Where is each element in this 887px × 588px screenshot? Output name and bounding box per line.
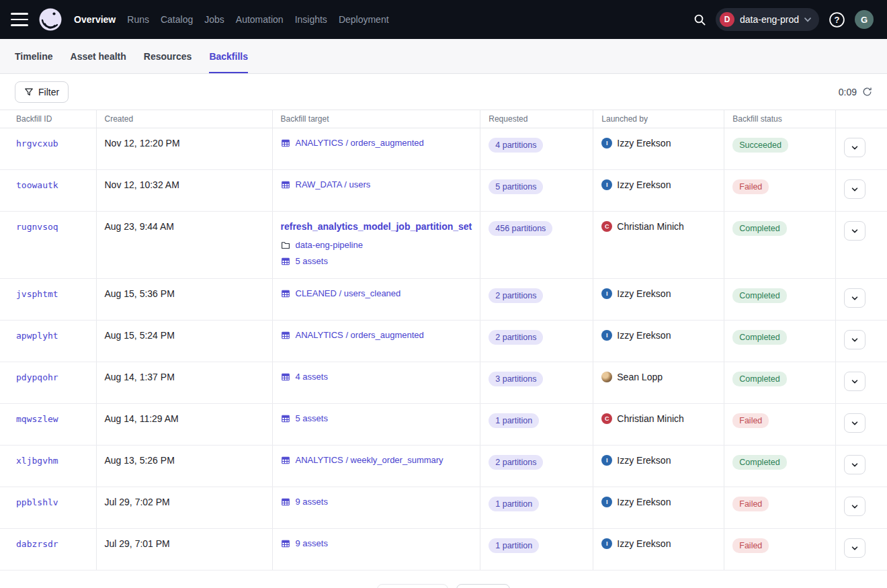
previous-page-button[interactable]: ← Previous (377, 584, 448, 588)
launched-by-name: Izzy Erekson (617, 138, 671, 149)
backfill-target-asset-link[interactable]: ANALYTICS / orders_augmented (296, 330, 424, 340)
deployment-name: data-eng-prod (740, 14, 799, 25)
col-header-backfill-target: Backfill target (272, 110, 480, 128)
backfill-target-asset-link[interactable]: 5 assets (296, 413, 328, 423)
backfill-id-link[interactable]: toowautk (16, 180, 58, 190)
table-row: mqwszlew Aug 14, 11:29 AM 5 assets 1 par… (0, 404, 887, 446)
row-actions-menu-button[interactable] (844, 455, 865, 474)
backfill-target-asset-link[interactable]: CLEANED / users_cleaned (296, 288, 401, 298)
backfill-status-badge: Completed (732, 221, 786, 236)
nav-item-insights[interactable]: Insights (295, 14, 327, 25)
backfills-toolbar: Filter 0:09 (0, 74, 887, 110)
backfill-target-asset-link[interactable]: 9 assets (296, 497, 328, 507)
menu-icon[interactable] (11, 13, 28, 26)
backfill-target-asset-link[interactable]: ANALYTICS / orders_augmented (296, 138, 424, 148)
filter-label: Filter (38, 87, 59, 97)
launched-by-name: Izzy Erekson (617, 538, 671, 549)
backfill-id-link[interactable]: xljbgvhm (16, 456, 58, 466)
nav-item-jobs[interactable]: Jobs (204, 14, 224, 25)
tab-resources[interactable]: Resources (144, 39, 192, 73)
nav-item-deployment[interactable]: Deployment (339, 14, 389, 25)
backfill-status-badge: Completed (732, 372, 786, 386)
chevron-down-icon (851, 336, 859, 344)
dagster-logo-icon[interactable] (38, 7, 63, 32)
user-avatar[interactable]: G (855, 10, 874, 29)
requested-partitions-badge: 3 partitions (489, 372, 543, 386)
user-initial-avatar: I (601, 138, 612, 149)
deployment-switcher[interactable]: D data-eng-prod (716, 8, 819, 31)
backfill-id-link[interactable]: rugnvsoq (16, 222, 58, 232)
col-header-created: Created (96, 110, 272, 128)
chevron-down-icon (804, 17, 811, 22)
tab-timeline[interactable]: Timeline (15, 39, 53, 73)
nav-item-runs[interactable]: Runs (127, 14, 149, 25)
backfill-target-asset-link[interactable]: 9 assets (296, 538, 328, 548)
row-actions-menu-button[interactable] (844, 372, 865, 391)
table-row: rugnvsoq Aug 23, 9:44 AM refresh_analyti… (0, 212, 887, 279)
asset-table-icon (281, 257, 290, 266)
user-initial-avatar: I (601, 179, 612, 190)
table-header-row: Backfill ID Created Backfill target Requ… (0, 110, 887, 128)
backfill-id-link[interactable]: apwplyht (16, 331, 58, 341)
requested-partitions-badge: 1 partition (489, 413, 539, 428)
row-actions-menu-button[interactable] (844, 330, 865, 349)
row-actions-menu-button[interactable] (844, 138, 865, 157)
asset-table-icon (281, 331, 290, 340)
created-timestamp: Aug 23, 9:44 AM (105, 221, 175, 232)
row-actions-menu-button[interactable] (844, 179, 865, 199)
tab-backfills[interactable]: Backfills (209, 39, 248, 73)
user-initial-avatar: I (601, 538, 612, 549)
row-actions-menu-button[interactable] (844, 497, 865, 516)
search-icon[interactable] (693, 13, 706, 26)
table-row: xljbgvhm Aug 13, 5:26 PM ANALYTICS / wee… (0, 446, 887, 487)
backfill-target-asset-link[interactable]: ANALYTICS / weekly_order_summary (296, 455, 444, 465)
svg-text:?: ? (835, 15, 840, 25)
row-actions-menu-button[interactable] (844, 413, 865, 433)
chevron-down-icon (851, 503, 859, 511)
tab-asset-health[interactable]: Asset health (71, 39, 126, 73)
backfill-id-link[interactable]: mqwszlew (16, 414, 58, 424)
col-header-requested: Requested (480, 110, 593, 128)
created-timestamp: Jul 29, 7:02 PM (105, 497, 170, 507)
backfill-target-asset-link[interactable]: RAW_DATA / users (296, 179, 371, 190)
row-actions-menu-button[interactable] (844, 221, 865, 241)
backfill-id-link[interactable]: hrgvcxub (16, 138, 58, 149)
backfill-id-link[interactable]: pdypqohr (16, 372, 58, 382)
refresh-icon[interactable] (862, 87, 872, 97)
asset-table-icon (281, 180, 290, 190)
row-actions-menu-button[interactable] (844, 538, 865, 558)
backfill-target-asset-link[interactable]: 4 assets (296, 372, 328, 382)
table-row: hrgvcxub Nov 12, 12:20 PM ANALYTICS / or… (0, 128, 887, 170)
user-initial-avatar: C (601, 413, 612, 424)
nav-item-overview[interactable]: Overview (74, 14, 116, 25)
chevron-down-icon (851, 419, 859, 427)
nav-item-catalog[interactable]: Catalog (161, 14, 193, 25)
help-icon[interactable]: ? (829, 11, 845, 28)
user-initial-avatar: I (601, 330, 612, 341)
launched-by-user: IIzzy Erekson (601, 455, 716, 466)
backfill-target-job-link[interactable]: refresh_analytics_model_job_partition_se… (281, 221, 472, 232)
filter-button[interactable]: Filter (15, 81, 69, 103)
chevron-down-icon (851, 294, 859, 302)
row-actions-menu-button[interactable] (844, 288, 865, 308)
chevron-down-icon (851, 544, 859, 552)
chevron-down-icon (851, 144, 859, 152)
col-header-backfill-status: Backfill status (724, 110, 836, 128)
backfill-status-badge: Failed (732, 497, 769, 511)
overview-tabs: TimelineAsset healthResourcesBackfills (0, 39, 887, 74)
created-timestamp: Nov 12, 10:32 AM (105, 179, 179, 190)
backfill-id-link[interactable]: ppblshlv (16, 497, 58, 507)
pagination: ← Previous Next → (0, 571, 887, 588)
requested-partitions-badge: 2 partitions (489, 455, 543, 470)
nav-item-automation[interactable]: Automation (236, 14, 284, 25)
backfill-id-link[interactable]: jvsphtmt (16, 289, 58, 299)
col-header-actions (836, 110, 887, 128)
requested-partitions-badge: 1 partition (489, 538, 539, 553)
next-page-button[interactable]: Next → (456, 584, 510, 588)
assets-count-link[interactable]: 5 assets (296, 256, 328, 266)
code-location-link[interactable]: data-eng-pipeline (296, 240, 363, 250)
table-row: jvsphtmt Aug 15, 5:36 PM CLEANED / users… (0, 279, 887, 321)
backfill-id-link[interactable]: dabzrsdr (16, 539, 58, 549)
chevron-down-icon (851, 185, 859, 194)
requested-partitions-badge: 1 partition (489, 497, 539, 511)
